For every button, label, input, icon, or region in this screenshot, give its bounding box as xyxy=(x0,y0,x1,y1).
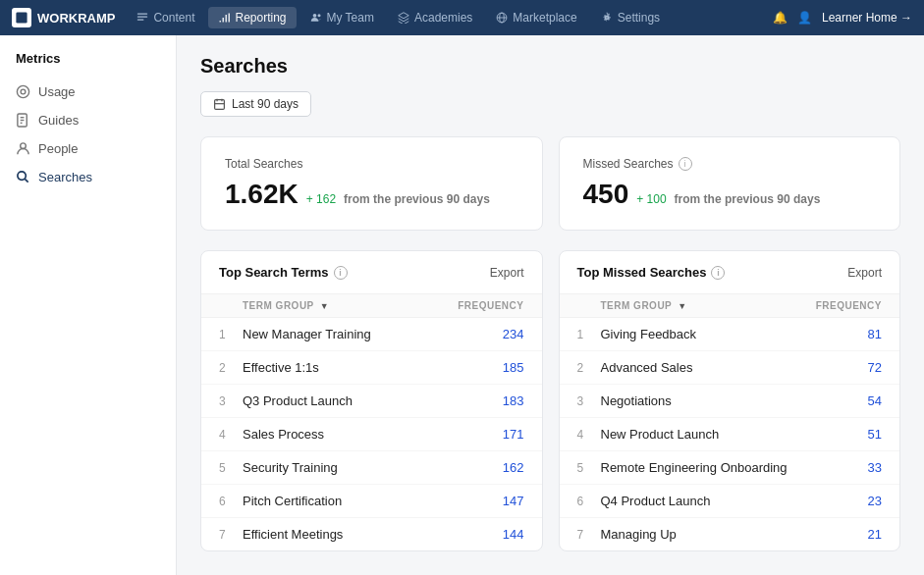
missed-searches-change: + 100 xyxy=(636,192,666,206)
top-nav: WORKRAMP Content Reporting My Team Acade… xyxy=(0,0,924,35)
top-missed-searches-col-headers: TERM GROUP ▼ FREQUENCY xyxy=(560,294,900,318)
svg-point-16 xyxy=(18,172,26,180)
row-term: Pitch Certification xyxy=(243,494,503,508)
missed-searches-value: 450 + 100 from the previous 90 days xyxy=(583,179,877,210)
sidebar-item-searches[interactable]: Searches xyxy=(0,163,176,191)
svg-point-9 xyxy=(17,85,28,97)
svg-rect-2 xyxy=(137,17,148,18)
row-term: Giving Feedback xyxy=(601,327,868,341)
top-missed-searches-header: Top Missed Searches i Export xyxy=(560,251,900,294)
row-term: Q4 Product Launch xyxy=(601,494,868,508)
sidebar-item-usage[interactable]: Usage xyxy=(0,78,176,106)
svg-point-10 xyxy=(21,89,26,94)
sort-arrow-icon-2: ▼ xyxy=(678,301,686,311)
col-rank-spacer-2 xyxy=(577,300,601,311)
page-title: Searches xyxy=(200,55,900,78)
table-row: 6 Pitch Certification 147 xyxy=(201,485,542,518)
top-missed-searches-export-button[interactable]: Export xyxy=(847,266,882,280)
sidebar-item-guides-label: Guides xyxy=(38,113,79,128)
row-term: Managing Up xyxy=(601,527,868,542)
row-rank: 5 xyxy=(219,461,243,475)
row-freq: 162 xyxy=(503,460,524,475)
learner-home-link[interactable]: Learner Home → xyxy=(822,11,912,25)
table-row: 3 Q3 Product Launch 183 xyxy=(201,385,542,418)
table-row: 2 Advanced Sales 72 xyxy=(560,351,900,385)
nav-tab-marketplace[interactable]: Marketplace xyxy=(486,7,586,28)
sidebar-item-guides[interactable]: Guides xyxy=(0,106,176,134)
row-rank: 6 xyxy=(219,495,243,508)
row-term: New Product Launch xyxy=(601,427,868,442)
row-rank: 3 xyxy=(219,394,243,408)
table-row: 4 New Product Launch 51 xyxy=(560,418,900,451)
row-term: Remote Engineering Onboarding xyxy=(601,460,868,475)
row-term: Q3 Product Launch xyxy=(243,393,503,408)
top-search-terms-rows: 1 New Manager Training 234 2 Effective 1… xyxy=(201,318,542,550)
table-row: 1 New Manager Training 234 xyxy=(201,318,542,351)
col-term-header: TERM GROUP ▼ xyxy=(243,300,458,311)
nav-tab-academies[interactable]: Academies xyxy=(388,7,482,28)
svg-point-5 xyxy=(317,14,320,17)
row-term: Advanced Sales xyxy=(601,360,868,375)
sidebar-item-usage-label: Usage xyxy=(38,84,76,99)
svg-line-17 xyxy=(25,179,27,182)
table-row: 1 Giving Feedback 81 xyxy=(560,318,900,351)
stats-row: Total Searches 1.62K + 162 from the prev… xyxy=(200,136,900,231)
svg-point-4 xyxy=(312,14,316,18)
date-filter-button[interactable]: Last 90 days xyxy=(200,91,311,117)
layout: Metrics Usage Guides People Searches Sea… xyxy=(0,35,924,575)
top-search-terms-title: Top Search Terms i xyxy=(219,265,348,280)
row-rank: 3 xyxy=(577,394,601,408)
row-rank: 1 xyxy=(577,328,601,341)
tables-row: Top Search Terms i Export TERM GROUP ▼ F… xyxy=(200,250,900,551)
nav-tab-settings[interactable]: Settings xyxy=(591,7,670,28)
sidebar: Metrics Usage Guides People Searches xyxy=(0,35,177,575)
nav-tab-myteam[interactable]: My Team xyxy=(300,7,384,28)
nav-right: 🔔 👤 Learner Home → xyxy=(773,11,912,25)
sidebar-item-people[interactable]: People xyxy=(0,134,176,163)
sidebar-item-people-label: People xyxy=(38,141,78,156)
table-row: 4 Sales Process 171 xyxy=(201,418,542,451)
col-rank-spacer xyxy=(219,300,243,311)
row-rank: 4 xyxy=(219,428,243,442)
missed-searches-label: Missed Searches i xyxy=(583,157,877,171)
row-freq: 147 xyxy=(503,494,524,508)
nav-tab-reporting[interactable]: Reporting xyxy=(208,7,296,28)
top-search-terms-col-headers: TERM GROUP ▼ FREQUENCY xyxy=(201,294,542,318)
table-row: 6 Q4 Product Launch 23 xyxy=(560,485,900,518)
row-freq: 234 xyxy=(503,327,524,341)
total-searches-card: Total Searches 1.62K + 162 from the prev… xyxy=(200,136,543,231)
top-missed-searches-title: Top Missed Searches i xyxy=(577,265,726,280)
table-row: 5 Security Training 162 xyxy=(201,451,542,485)
row-rank: 6 xyxy=(577,495,601,508)
nav-tab-content[interactable]: Content xyxy=(127,7,204,28)
row-rank: 2 xyxy=(219,361,243,375)
row-freq: 183 xyxy=(503,393,524,408)
missed-searches-card: Missed Searches i 450 + 100 from the pre… xyxy=(559,136,901,231)
sidebar-item-searches-label: Searches xyxy=(38,170,92,184)
total-searches-label: Total Searches xyxy=(225,157,518,171)
filter-bar: Last 90 days xyxy=(200,91,900,117)
svg-point-15 xyxy=(21,143,27,149)
top-search-terms-export-button[interactable]: Export xyxy=(490,266,524,280)
row-freq: 72 xyxy=(868,360,882,375)
row-term: Negotiations xyxy=(601,393,868,408)
user-icon[interactable]: 👤 xyxy=(797,11,812,25)
col-freq-header: FREQUENCY xyxy=(458,300,523,311)
table-row: 2 Effective 1:1s 185 xyxy=(201,351,542,385)
row-freq: 171 xyxy=(503,427,524,442)
row-freq: 81 xyxy=(868,327,882,341)
total-searches-from: from the previous 90 days xyxy=(344,192,490,206)
row-term: New Manager Training xyxy=(243,327,503,341)
main-content: Searches Last 90 days Total Searches 1.6… xyxy=(177,35,924,575)
top-search-terms-card: Top Search Terms i Export TERM GROUP ▼ F… xyxy=(200,250,543,551)
row-freq: 33 xyxy=(868,460,882,475)
sort-arrow-icon: ▼ xyxy=(320,301,329,311)
missed-searches-from: from the previous 90 days xyxy=(675,192,821,206)
sidebar-title: Metrics xyxy=(0,51,176,78)
svg-rect-0 xyxy=(16,12,27,23)
row-rank: 4 xyxy=(577,428,601,442)
logo-icon xyxy=(12,8,31,27)
top-search-terms-info-icon: i xyxy=(334,266,348,280)
bell-icon[interactable]: 🔔 xyxy=(773,11,788,25)
row-rank: 1 xyxy=(219,328,243,341)
